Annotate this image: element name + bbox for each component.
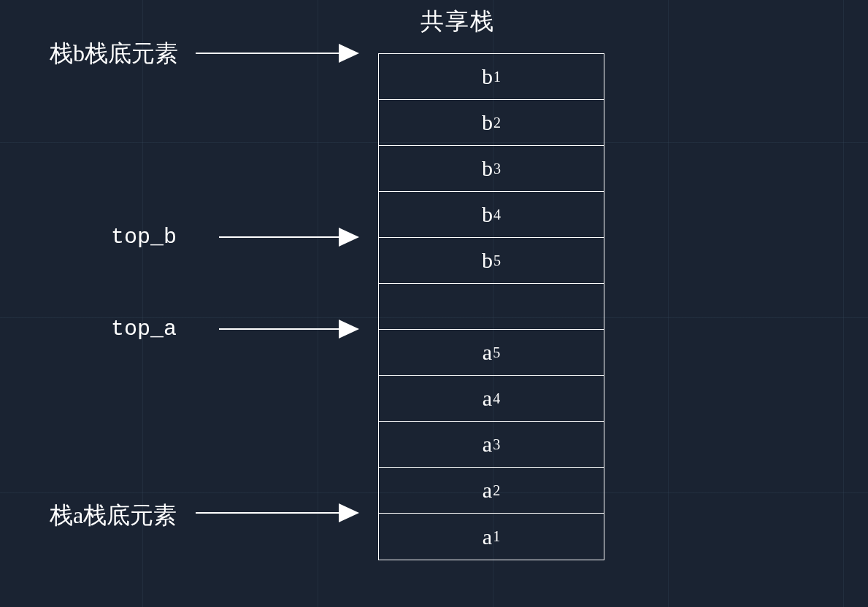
cell-b1: b1 (379, 54, 604, 100)
label-a-bottom: 栈a栈底元素 (50, 500, 177, 532)
label-top-b: top_b (111, 225, 177, 250)
diagram-title: 共享栈 (420, 6, 495, 38)
arrow-a-bottom (196, 512, 358, 514)
label-top-a: top_a (111, 317, 177, 341)
arrow-b-bottom (196, 53, 358, 54)
label-b-bottom: 栈b栈底元素 (50, 38, 178, 70)
cell-a5: a5 (379, 330, 604, 376)
cell-b2: b2 (379, 100, 604, 146)
arrow-top-b (219, 236, 358, 238)
cell-a1: a1 (379, 514, 604, 560)
cell-a2: a2 (379, 468, 604, 514)
cell-b4: b4 (379, 192, 604, 238)
cell-a4: a4 (379, 376, 604, 422)
cell-empty (379, 284, 604, 330)
cell-b3: b3 (379, 146, 604, 192)
cell-a3: a3 (379, 422, 604, 468)
cell-b5: b5 (379, 238, 604, 284)
shared-stack-table: b1 b2 b3 b4 b5 a5 a4 a3 a2 a1 (378, 53, 604, 560)
arrow-top-a (219, 328, 358, 330)
